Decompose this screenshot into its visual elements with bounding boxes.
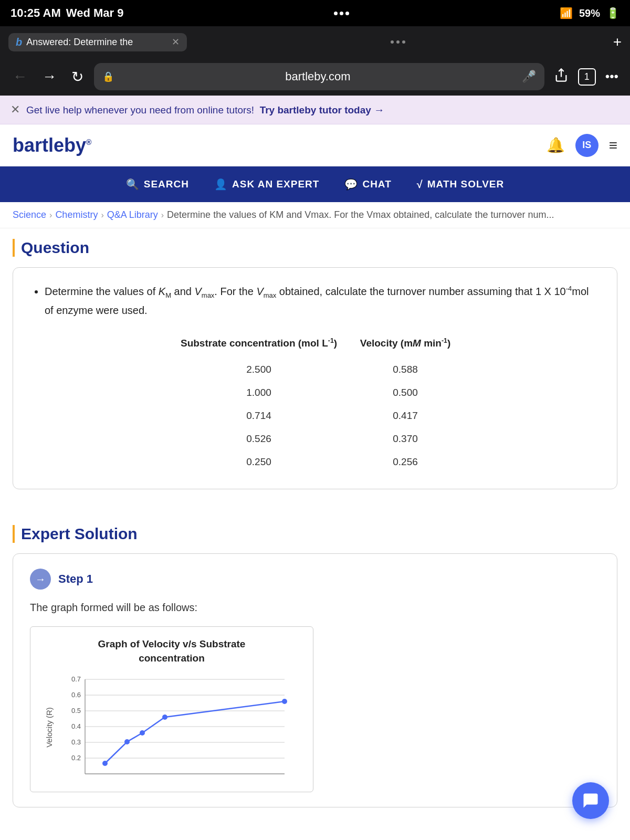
question-body: Determine the values of KM and Vmax. For… [30,282,600,319]
table-header-velocity: Velocity (mM min-1) [350,333,461,358]
breadcrumb-sep-3: › [161,211,164,220]
svg-point-17 [124,739,130,744]
svg-text:0.2: 0.2 [71,754,81,762]
solution-card: → Step 1 The graph formed will be as fol… [13,553,617,807]
float-chat-button[interactable] [572,782,609,819]
breadcrumb-science[interactable]: Science [13,209,46,220]
battery-percent: 59% [579,7,600,19]
chart-wrapper: 0.7 0.6 0.5 0.4 0.3 0.2 [57,674,302,781]
substrate-value: 0.250 [169,451,349,473]
substrate-value: 2.500 [169,359,349,381]
table-row: 2.5000.588 [169,359,461,381]
wifi-icon: 📶 [560,7,573,19]
expert-solution-section: Expert Solution → Step 1 The graph forme… [0,514,630,807]
share-button[interactable] [551,65,572,89]
velocity-value: 0.370 [350,428,461,450]
svg-text:0.3: 0.3 [71,738,81,746]
data-table: Substrate concentration (mol L-1) Veloci… [168,332,462,474]
svg-text:0.5: 0.5 [71,707,81,715]
step-description: The graph formed will be as follows: [30,599,600,616]
table-header-substrate: Substrate concentration (mol L-1) [169,333,349,358]
nav-search[interactable]: 🔍 SEARCH [126,178,189,191]
status-dots [334,12,349,15]
url-text: bartleby.com [118,70,518,83]
graph-title: Graph of Velocity v/s Substrateconcentra… [41,637,302,665]
promo-banner: ✕ Get live help whenever you need from o… [0,96,630,124]
breadcrumb-qa-library[interactable]: Q&A Library [107,209,158,220]
nav-math-label: MATH SOLVER [427,178,504,190]
question-card: Determine the values of KM and Vmax. For… [13,267,617,489]
nav-ask-expert[interactable]: 👤 ASK AN EXPERT [214,178,319,191]
promo-text: Get live help whenever you need from onl… [26,104,620,116]
battery-icon: 🔋 [606,7,620,19]
microphone-icon[interactable]: 🎤 [522,70,536,83]
nav-chat[interactable]: 💬 CHAT [344,178,391,191]
reload-button[interactable]: ↻ [67,66,88,88]
nav-search-label: SEARCH [144,178,189,190]
graph-container: Graph of Velocity v/s Substrateconcentra… [30,626,313,792]
status-time: 10:25 AM [10,6,61,20]
back-button[interactable]: ← [8,66,32,87]
url-bar[interactable]: 🔒 bartleby.com 🎤 [94,63,544,90]
person-icon: 👤 [214,178,228,191]
header-actions: 🔔 IS ≡ [547,134,617,157]
status-date: Wed Mar 9 [66,6,124,20]
breadcrumb-sep-2: › [101,211,103,220]
svg-text:0.4: 0.4 [71,722,81,730]
browser-nav-bar: ← → ↻ 🔒 bartleby.com 🎤 1 ••• [0,58,630,96]
svg-point-16 [102,761,108,766]
new-tab-button[interactable]: + [613,34,622,50]
expert-solution-title: Expert Solution [13,525,617,543]
substrate-value: 0.526 [169,428,349,450]
promo-close-button[interactable]: ✕ [10,103,20,117]
step-arrow-icon: → [30,569,51,590]
breadcrumb: Science › Chemistry › Q&A Library › Dete… [0,202,630,228]
table-row: 0.2500.256 [169,451,461,473]
substrate-value: 0.714 [169,405,349,427]
table-row: 0.7140.417 [169,405,461,427]
nav-chat-label: CHAT [362,178,391,190]
tab-favicon: b [16,36,22,48]
svg-text:0.6: 0.6 [71,691,81,699]
velocity-value: 0.500 [350,382,461,404]
hamburger-menu-icon[interactable]: ≡ [609,137,617,154]
chat-icon: 💬 [344,178,358,191]
tab-count[interactable]: 1 [578,68,596,86]
status-right: 📶 59% 🔋 [560,7,620,19]
tab-title: Answered: Determine the [26,37,167,48]
velocity-value: 0.256 [350,451,461,473]
forward-button[interactable]: → [38,66,61,87]
more-button[interactable]: ••• [602,66,622,87]
main-nav: 🔍 SEARCH 👤 ASK AN EXPERT 💬 CHAT √ MATH S… [0,166,630,202]
breadcrumb-sep-1: › [49,211,52,220]
logo[interactable]: bartleby® [13,134,91,156]
question-section: Question Determine the values of KM and … [0,228,630,514]
svg-point-18 [140,730,145,736]
browser-tab-bar: b Answered: Determine the ✕ + [0,26,630,58]
y-axis-label: Velocity (R) [41,674,57,781]
app-header: bartleby® 🔔 IS ≡ [0,124,630,166]
math-icon: √ [417,178,423,191]
breadcrumb-current: Determine the values of KM and Vmax. For… [167,209,554,220]
table-row: 1.0000.500 [169,382,461,404]
substrate-value: 1.000 [169,382,349,404]
question-title: Question [13,239,617,257]
nav-math-solver[interactable]: √ MATH SOLVER [417,178,504,191]
notification-bell-icon[interactable]: 🔔 [547,136,565,154]
velocity-value: 0.588 [350,359,461,381]
status-bar: 10:25 AM Wed Mar 9 📶 59% 🔋 [0,0,630,26]
search-icon: 🔍 [126,178,140,191]
promo-arrow: → [374,104,384,116]
promo-link[interactable]: Try bartleby tutor today [260,104,371,116]
graph-area: Velocity (R) 0.7 0.6 [41,674,302,781]
tab-dots [391,40,405,44]
table-row: 0.5260.370 [169,428,461,450]
step-header: → Step 1 [30,569,600,590]
tab-close-button[interactable]: ✕ [172,36,180,48]
browser-tab[interactable]: b Answered: Determine the ✕ [8,33,187,51]
nav-ask-label: ASK AN EXPERT [232,178,319,190]
user-avatar[interactable]: IS [575,134,598,157]
breadcrumb-chemistry[interactable]: Chemistry [55,209,98,220]
velocity-value: 0.417 [350,405,461,427]
svg-point-19 [162,715,167,720]
